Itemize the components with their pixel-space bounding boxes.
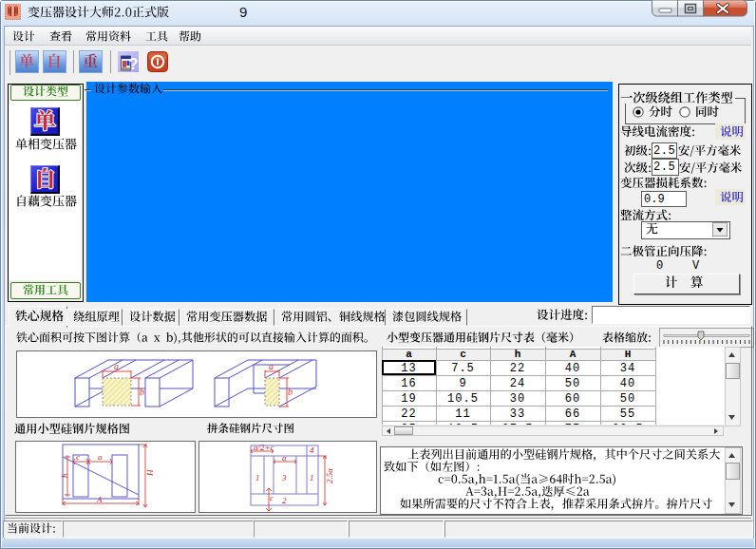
svg-text:H: H <box>145 469 155 477</box>
svg-text:1: 1 <box>310 473 314 483</box>
svg-text:c: c <box>76 452 80 462</box>
svg-text:a/2+c: a/2+c <box>254 443 274 452</box>
svg-text:a: a <box>282 453 287 463</box>
svg-text:4: 4 <box>310 445 314 455</box>
svg-text:?: ? <box>129 56 139 72</box>
svg-text:1: 1 <box>255 473 260 483</box>
svg-text:a: a <box>98 452 103 462</box>
svg-text:c: c <box>270 493 274 502</box>
svg-text:h: h <box>60 473 69 478</box>
svg-text:b: b <box>288 387 293 397</box>
svg-text:A: A <box>96 495 103 504</box>
svg-text:a: a <box>114 361 119 371</box>
svg-text:2.5a: 2.5a <box>325 468 334 483</box>
svg-text:b: b <box>140 387 144 397</box>
svg-text:a: a <box>269 361 274 371</box>
svg-text:2: 2 <box>282 496 287 505</box>
svg-text:3: 3 <box>281 473 287 483</box>
